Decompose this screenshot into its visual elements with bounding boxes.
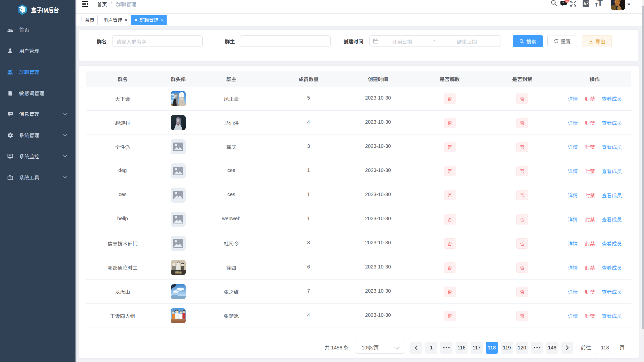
svg-text:哪都通: 哪都通 <box>175 271 181 274</box>
svg-text:1: 1 <box>566 0 568 2</box>
